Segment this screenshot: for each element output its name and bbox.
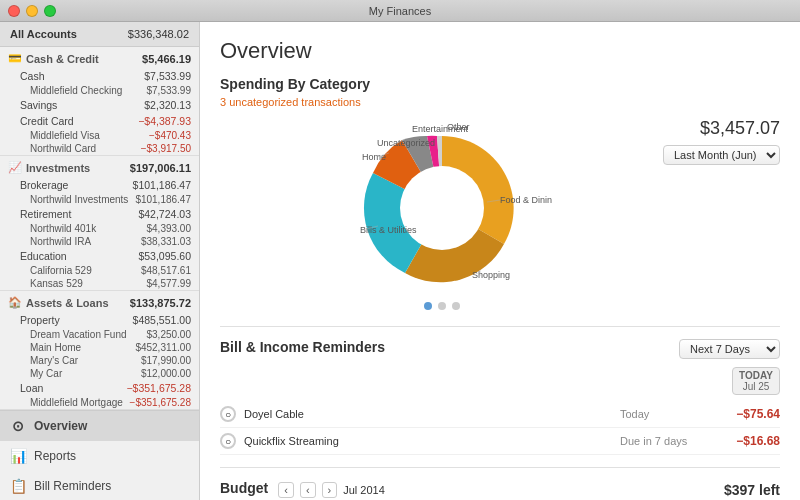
sidebar-sub-item[interactable]: Middlefield Checking $7,533.99 xyxy=(0,84,199,97)
sidebar-group-header[interactable]: 💳 Cash & Credit $5,466.19 xyxy=(0,47,199,68)
sidebar-sub-amount: $12,000.00 xyxy=(141,368,191,379)
main-content: Overview Spending By Category 3 uncatego… xyxy=(200,22,800,500)
sidebar-group-amount: $5,466.19 xyxy=(142,53,191,65)
sidebar-group-title: 💳 Cash & Credit xyxy=(8,52,99,65)
budget-nav: ‹ ‹ › Jul 2014 xyxy=(278,482,385,498)
sidebar-sub-item[interactable]: Northwild Card −$3,917.50 xyxy=(0,142,199,155)
sidebar-sub-item[interactable]: California 529 $48,517.61 xyxy=(0,264,199,277)
sidebar-item[interactable]: Loan −$351,675.28 xyxy=(0,380,199,396)
sidebar-sub-name: Northwild Investments xyxy=(30,194,128,205)
sidebar-sub-item[interactable]: Northwild Investments $101,186.47 xyxy=(0,193,199,206)
budget-header: Budget ‹ ‹ › Jul 2014 $397 left xyxy=(220,480,780,500)
budget-prev2-button[interactable]: ‹ xyxy=(300,482,316,498)
sidebar-sub-item[interactable]: Kansas 529 $4,577.99 xyxy=(0,277,199,290)
sidebar-sub-name: Northwild IRA xyxy=(30,236,91,247)
today-date: Jul 25 xyxy=(739,381,773,392)
sidebar-group-title: 📈 Investments xyxy=(8,161,90,174)
sidebar-item[interactable]: Cash $7,533.99 xyxy=(0,68,199,84)
sidebar-sub-amount: −$3,917.50 xyxy=(141,143,191,154)
sidebar-sub-item[interactable]: Northwild 401k $4,393.00 xyxy=(0,222,199,235)
sidebar-group-title: 🏠 Assets & Loans xyxy=(8,296,109,309)
sidebar-sub-item[interactable]: Mary's Car $17,990.00 xyxy=(0,354,199,367)
sidebar-item-amount: $101,186.47 xyxy=(133,179,191,191)
bill-section: Bill & Income Reminders Next 7 Days Next… xyxy=(220,326,780,455)
bill-name: Quickflix Streaming xyxy=(244,435,620,447)
budget-month: Jul 2014 xyxy=(343,484,385,496)
maximize-button[interactable] xyxy=(44,5,56,17)
bill-icon: ○ xyxy=(220,433,236,449)
sidebar-sections: 💳 Cash & Credit $5,466.19 Cash $7,533.99… xyxy=(0,47,199,410)
label-shopping: Shopping xyxy=(472,270,510,280)
donut-svg: Food & Dining Shopping Bills & Utilities… xyxy=(332,118,552,298)
bill-due: Due in 7 days xyxy=(620,435,720,447)
minimize-button[interactable] xyxy=(26,5,38,17)
sidebar-item-amount: $485,551.00 xyxy=(133,314,191,326)
sidebar-sub-item[interactable]: Dream Vacation Fund $3,250.00 xyxy=(0,328,199,341)
bill-name: Doyel Cable xyxy=(244,408,620,420)
sidebar-sub-amount: −$351,675.28 xyxy=(130,397,191,408)
sidebar-sub-amount: $4,577.99 xyxy=(147,278,192,289)
sidebar-group-amount: $133,875.72 xyxy=(130,297,191,309)
sidebar-item-name: Savings xyxy=(20,99,57,111)
budget-prev-button[interactable]: ‹ xyxy=(278,482,294,498)
sidebar-sub-name: Northwild Card xyxy=(30,143,96,154)
budget-section-title: Budget xyxy=(220,480,268,496)
title-bar: My Finances xyxy=(0,0,800,22)
bill-list: TODAY Jul 25 ○ Doyel Cable Today −$75.64… xyxy=(220,367,780,455)
sidebar-item-amount: $7,533.99 xyxy=(144,70,191,82)
bill-amount: −$16.68 xyxy=(720,434,780,448)
bill-period-select[interactable]: Next 7 Days Next 30 Days xyxy=(679,339,780,359)
chart-dot-2[interactable] xyxy=(438,302,446,310)
sidebar-item[interactable]: Education $53,095.60 xyxy=(0,248,199,264)
sidebar-nav-item-bill-reminders[interactable]: 📋 Bill Reminders xyxy=(0,471,199,500)
sidebar-sub-amount: $101,186.47 xyxy=(135,194,191,205)
sidebar-sub-item[interactable]: Northwild IRA $38,331.03 xyxy=(0,235,199,248)
sidebar-item[interactable]: Credit Card −$4,387.93 xyxy=(0,113,199,129)
sidebar-nav-item-overview[interactable]: ⊙ Overview xyxy=(0,411,199,441)
sidebar-item-name: Property xyxy=(20,314,60,326)
sidebar-item[interactable]: Brokerage $101,186.47 xyxy=(0,177,199,193)
sidebar-sub-amount: $4,393.00 xyxy=(147,223,192,234)
chart-dot-1[interactable] xyxy=(424,302,432,310)
sidebar-item-name: Brokerage xyxy=(20,179,68,191)
budget-next-button[interactable]: › xyxy=(322,482,338,498)
nav-label: Reports xyxy=(34,449,76,463)
sidebar-item[interactable]: Retirement $42,724.03 xyxy=(0,206,199,222)
bill-icon: ○ xyxy=(220,406,236,422)
app-body: All Accounts $336,348.02 💳 Cash & Credit… xyxy=(0,22,800,500)
sidebar-sub-item[interactable]: Middlefield Visa −$470.43 xyxy=(0,129,199,142)
sidebar-sub-name: Kansas 529 xyxy=(30,278,83,289)
budget-section: Budget ‹ ‹ › Jul 2014 $397 left Budgeted… xyxy=(220,467,780,500)
donut-chart: Food & Dining Shopping Bills & Utilities… xyxy=(332,118,552,298)
uncategorized-link[interactable]: 3 uncategorized transactions xyxy=(220,96,780,108)
sidebar-sub-item[interactable]: My Car $12,000.00 xyxy=(0,367,199,380)
sidebar-sub-item[interactable]: Main Home $452,311.00 xyxy=(0,341,199,354)
close-button[interactable] xyxy=(8,5,20,17)
chart-dots xyxy=(424,302,460,310)
sidebar-sub-name: Middlefield Checking xyxy=(30,85,122,96)
sidebar-sub-item[interactable]: Middlefield Mortgage −$351,675.28 xyxy=(0,396,199,409)
sidebar-item[interactable]: Property $485,551.00 xyxy=(0,312,199,328)
sidebar-sub-amount: $48,517.61 xyxy=(141,265,191,276)
period-select[interactable]: Last Month (Jun) This Month xyxy=(663,145,780,165)
bill-item: ○ Quickflix Streaming Due in 7 days −$16… xyxy=(220,428,780,455)
today-badge: TODAY Jul 25 xyxy=(732,367,780,395)
sidebar-sub-name: Dream Vacation Fund xyxy=(30,329,127,340)
chart-dot-3[interactable] xyxy=(452,302,460,310)
sidebar-item-amount: $42,724.03 xyxy=(138,208,191,220)
label-uncategorized: Uncategorized xyxy=(377,138,435,148)
sidebar-sub-name: California 529 xyxy=(30,265,92,276)
sidebar-group-header[interactable]: 📈 Investments $197,006.11 xyxy=(0,156,199,177)
sidebar-nav-item-reports[interactable]: 📊 Reports xyxy=(0,441,199,471)
sidebar-group-header[interactable]: 🏠 Assets & Loans $133,875.72 xyxy=(0,291,199,312)
nav-label: Bill Reminders xyxy=(34,479,111,493)
all-accounts-label: All Accounts xyxy=(10,28,77,40)
sidebar-sub-name: Northwild 401k xyxy=(30,223,96,234)
budget-left: $397 left xyxy=(724,482,780,498)
page-title: Overview xyxy=(220,38,780,64)
sidebar-sub-name: My Car xyxy=(30,368,62,379)
nav-icon: 📋 xyxy=(10,478,26,494)
sidebar-section: 💳 Cash & Credit $5,466.19 Cash $7,533.99… xyxy=(0,47,199,156)
sidebar-item-amount: −$351,675.28 xyxy=(126,382,191,394)
sidebar-item[interactable]: Savings $2,320.13 xyxy=(0,97,199,113)
